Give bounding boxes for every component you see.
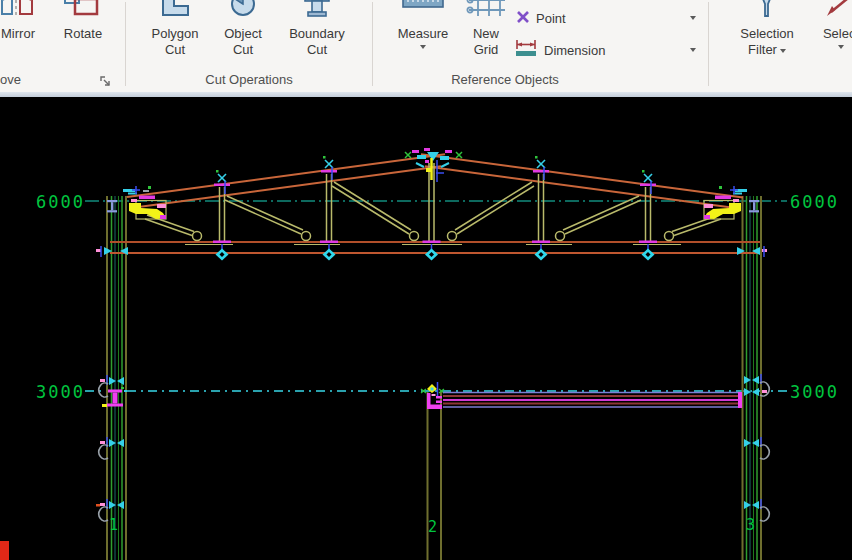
mirror-icon — [0, 0, 46, 20]
purlin-marker — [214, 170, 230, 194]
selection-filter-caret[interactable] — [780, 49, 786, 53]
boundary-cut-button[interactable]: Boundary Cut — [279, 0, 355, 58]
corner-red-mark — [0, 541, 9, 560]
object-cut-icon — [213, 0, 273, 20]
select-icon — [812, 0, 852, 20]
new-grid-button[interactable]: New Grid — [460, 0, 512, 58]
cad-viewport[interactable]: 6000 6000 3000 3000 — [0, 97, 852, 560]
truss-posts[interactable] — [220, 163, 651, 242]
grid-label-1[interactable]: 1 — [109, 516, 118, 534]
selection-filter-icon — [732, 0, 802, 20]
bottom-chord-node-markers[interactable] — [213, 241, 657, 261]
group-separator — [372, 2, 373, 86]
purlin-marker — [321, 156, 337, 180]
mirror-label: Mirror — [0, 26, 46, 42]
rotate-icon — [55, 0, 111, 20]
node-marker — [213, 241, 231, 261]
node-marker — [320, 241, 338, 261]
boundary-cut-label: Boundary Cut — [279, 26, 355, 58]
group-separator — [708, 2, 709, 86]
object-cut-button[interactable]: Object Cut — [213, 0, 273, 58]
dim-3000-right[interactable]: 3000 — [790, 382, 839, 402]
dim-6000-right[interactable]: 6000 — [790, 192, 839, 212]
dimension-label: Dimension — [544, 43, 605, 58]
rotate-label: Rotate — [55, 26, 111, 42]
rotate-button[interactable]: Rotate — [55, 0, 111, 42]
truss-bottom-chord[interactable] — [110, 242, 760, 253]
polygon-cut-button[interactable]: Polygon Cut — [143, 0, 207, 58]
connection-marker — [744, 388, 767, 396]
dimension-button[interactable]: Dimension — [516, 38, 702, 62]
point-icon — [516, 10, 530, 27]
dim-3000-left[interactable]: 3000 — [36, 382, 85, 402]
truss-diagonals[interactable] — [145, 182, 721, 245]
column-left-connection-markers[interactable] — [96, 375, 124, 521]
measure-button[interactable]: Measure — [394, 0, 452, 49]
dialog-launcher-icon[interactable] — [100, 74, 112, 86]
mezzanine-beam[interactable] — [443, 392, 742, 408]
reference-objects-group-label: Reference Objects — [451, 72, 559, 87]
group-separator — [125, 2, 126, 86]
select-label: Select — [812, 26, 852, 42]
new-grid-icon — [460, 0, 512, 20]
measure-label: Measure — [394, 26, 452, 42]
eave-connection-right[interactable] — [704, 186, 747, 219]
purlin-marker — [640, 170, 656, 194]
grid-label-3[interactable]: 3 — [746, 516, 755, 534]
point-button[interactable]: Point — [516, 6, 702, 30]
selection-filter-button[interactable]: Selection Filter — [732, 0, 802, 58]
purlin-marker — [533, 156, 549, 180]
dimension-dropdown-caret[interactable] — [690, 48, 696, 52]
new-grid-label: New Grid — [460, 26, 512, 58]
cad-drawing: 6000 6000 3000 3000 — [0, 97, 852, 560]
node-marker — [532, 241, 550, 261]
boundary-cut-icon — [279, 0, 355, 20]
grid-label-2[interactable]: 2 — [428, 518, 437, 536]
select-dropdown-caret[interactable] — [838, 45, 844, 49]
eave-connection-left[interactable] — [123, 186, 166, 219]
object-cut-label: Object Cut — [213, 26, 273, 58]
point-dropdown-caret[interactable] — [690, 16, 696, 20]
mirror-button[interactable]: Mirror — [0, 0, 46, 42]
select-button[interactable]: Select — [812, 0, 852, 49]
polygon-cut-label: Polygon Cut — [143, 26, 207, 58]
measure-icon — [394, 0, 452, 20]
cut-operations-group-label: Cut Operations — [205, 72, 292, 87]
polygon-cut-icon — [143, 0, 207, 20]
dim-6000-left[interactable]: 6000 — [36, 192, 85, 212]
measure-dropdown-caret[interactable] — [420, 45, 426, 49]
point-label: Point — [536, 11, 566, 26]
node-marker — [423, 241, 441, 261]
node-marker — [639, 241, 657, 261]
ribbon: Mirror Rotate ove Polygon Cut — [0, 0, 852, 92]
dimension-icon — [516, 40, 538, 61]
move-group-label: ove — [0, 72, 21, 87]
